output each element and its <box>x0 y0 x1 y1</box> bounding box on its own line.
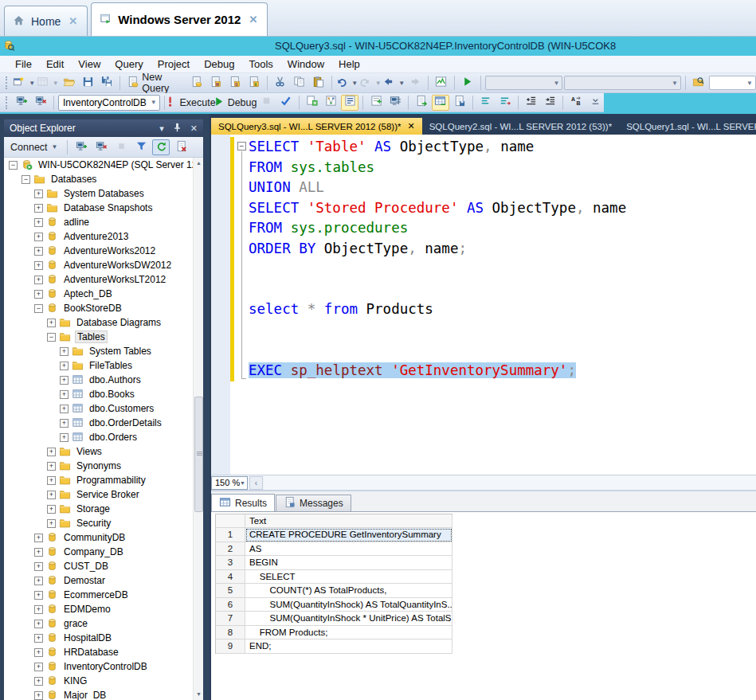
tree-expander[interactable]: + <box>34 548 43 557</box>
tree-item-dbo-books[interactable]: +dbo.Books <box>4 387 203 401</box>
tree-expander[interactable]: + <box>47 319 56 327</box>
tree-expander[interactable]: + <box>47 491 56 499</box>
code-line[interactable]: ORDER BY ObjectType, name; <box>249 239 756 260</box>
tree-item-demostar[interactable]: +Demostar <box>4 573 203 588</box>
tree-item-views[interactable]: +Views <box>4 444 203 459</box>
close-icon[interactable]: ✕ <box>190 123 198 134</box>
tree-item-adventureworks2012[interactable]: +AdventureWorks2012 <box>4 244 203 258</box>
row-text-cell[interactable]: SUM(QuantityInShock) AS TotalQuantityInS… <box>245 598 452 612</box>
tree-expander[interactable]: + <box>34 663 43 671</box>
menu-file[interactable]: File <box>8 57 39 72</box>
sql-editor[interactable]: − SELECT 'Table' AS ObjectType, nameFROM… <box>211 135 756 475</box>
menu-debug[interactable]: Debug <box>197 57 241 72</box>
tree-item-cust-db[interactable]: +CUST_DB <box>4 559 203 573</box>
refresh-button[interactable] <box>152 139 170 155</box>
tree-expander[interactable]: + <box>47 505 56 514</box>
row-text-cell[interactable]: CREATE PROCEDURE GetInventorySummary <box>245 528 452 542</box>
chevron-down-icon[interactable]: ▼ <box>398 80 405 87</box>
close-icon[interactable]: ✕ <box>67 15 79 27</box>
tree-item-filetables[interactable]: +FileTables <box>4 358 203 373</box>
tree-item-service-broker[interactable]: +Service Broker <box>4 487 203 502</box>
tree-expander[interactable]: + <box>34 290 43 299</box>
menu-edit[interactable]: Edit <box>39 57 71 72</box>
tree-expander[interactable]: + <box>34 204 43 213</box>
table-row[interactable]: 9END; <box>216 639 452 654</box>
scroll-down-icon[interactable]: ▼ <box>194 689 203 700</box>
tree-expander[interactable]: + <box>60 419 69 428</box>
tree-expander[interactable]: + <box>34 620 43 628</box>
menu-tools[interactable]: Tools <box>242 57 280 72</box>
tree-expander[interactable]: + <box>34 218 43 227</box>
activity-monitor-button[interactable] <box>433 75 450 91</box>
tree-expander[interactable]: + <box>34 276 43 284</box>
code-line[interactable] <box>249 280 756 300</box>
browser-tab-windows-server-2012[interactable]: Windows Server 2012✕ <box>91 2 268 36</box>
pin-icon[interactable] <box>171 122 183 135</box>
code-line[interactable] <box>249 259 756 280</box>
tree-item-major-db[interactable]: +Major_DB <box>4 688 203 700</box>
tree-expander[interactable]: − <box>47 333 56 342</box>
table-row[interactable]: 4 SELECT <box>216 570 452 585</box>
intellisense-button[interactable] <box>303 95 320 111</box>
tree-item-communitydb[interactable]: +CommunityDB <box>4 530 203 545</box>
menu-project[interactable]: Project <box>151 57 197 72</box>
code-line[interactable]: EXEC sp_helptext 'GetInventorySummary'; <box>249 361 756 381</box>
row-text-cell[interactable]: BEGIN <box>245 556 452 570</box>
row-text-cell[interactable]: FROM Products; <box>245 626 452 640</box>
tree-item-bookstoredb[interactable]: −BookStoreDB <box>4 301 203 315</box>
tree-expander[interactable]: + <box>34 562 43 571</box>
code-line[interactable] <box>249 320 756 341</box>
row-text-cell[interactable]: COUNT(*) AS TotalProducts, <box>245 584 452 598</box>
actual-plan-button[interactable] <box>386 95 404 111</box>
tree-item-tables[interactable]: −Tables <box>4 330 203 344</box>
scroll-up-icon[interactable]: ▲ <box>194 158 203 169</box>
tree-expander[interactable]: + <box>34 605 43 614</box>
tree-expander[interactable]: + <box>34 534 43 542</box>
code-line[interactable]: FROM sys.procedures <box>249 218 756 239</box>
save-all-button[interactable] <box>98 75 116 91</box>
code-line[interactable]: select * from Products <box>249 299 756 320</box>
copy-button[interactable] <box>291 75 308 91</box>
tree-item-dbo-authors[interactable]: +dbo.Authors <box>4 373 203 387</box>
hscroll-left-icon[interactable]: ‹ <box>249 476 263 490</box>
table-row[interactable]: 8 FROM Products; <box>216 626 452 640</box>
row-text-cell[interactable]: SELECT <box>245 570 452 585</box>
connect-db-button[interactable] <box>13 95 30 111</box>
table-row[interactable]: 5 COUNT(*) AS TotalProducts, <box>216 584 452 598</box>
tree-item-hospitaldb[interactable]: +HospitalDB <box>4 631 203 645</box>
cut-button[interactable] <box>272 75 289 91</box>
tree-expander[interactable]: + <box>47 448 56 456</box>
results-tab-messages[interactable]: Messages <box>276 495 351 511</box>
tree-expander[interactable]: + <box>34 691 43 700</box>
tree-expander[interactable]: + <box>34 634 43 643</box>
paste-button[interactable] <box>310 75 327 91</box>
filter-button[interactable] <box>132 139 150 155</box>
chevron-down-icon[interactable]: ▼ <box>375 80 382 87</box>
change-connection-button[interactable] <box>32 95 49 111</box>
tree-expander[interactable]: + <box>47 476 56 485</box>
row-text-cell[interactable]: AS <box>245 542 452 557</box>
tree-expander[interactable]: + <box>34 677 43 686</box>
tree-expander[interactable]: + <box>34 261 43 270</box>
row-text-cell[interactable]: SUM(QuantityInShock * UnitPrice) AS Tota… <box>245 612 452 626</box>
tree-item-adventure2013[interactable]: +Adventure2013 <box>4 229 203 244</box>
chevron-down-icon[interactable]: ▼ <box>351 80 358 87</box>
database-query-button[interactable] <box>188 75 206 91</box>
tree-expander[interactable]: + <box>34 247 43 256</box>
ab-values-button[interactable]: AB <box>567 95 585 111</box>
toolbar-grip[interactable] <box>6 76 10 89</box>
tree-item-inventorycontroldb[interactable]: +InventoryControlDB <box>4 659 203 674</box>
tree-expander[interactable]: + <box>34 233 43 241</box>
document-tab[interactable]: SQLQuery2.sql - WI...L SERVER 2012 (53))… <box>422 118 619 135</box>
chevron-down-icon[interactable]: ▼ <box>29 80 35 87</box>
code-line[interactable]: SELECT 'Table' AS ObjectType, name <box>249 137 756 158</box>
tree-item-storage[interactable]: +Storage <box>4 502 203 516</box>
horizontal-scrollbar[interactable] <box>264 476 756 490</box>
tree-expander[interactable]: + <box>60 362 69 370</box>
results-file-button[interactable] <box>451 95 468 111</box>
connect-button[interactable]: Connect▼ <box>8 139 62 155</box>
tree-expander[interactable]: − <box>9 161 18 170</box>
tree-item-database-snapshots[interactable]: +Database Snapshots <box>4 201 203 215</box>
table-row[interactable]: 3BEGIN <box>216 556 452 570</box>
table-row[interactable]: 7 SUM(QuantityInShock * UnitPrice) AS To… <box>216 612 452 626</box>
